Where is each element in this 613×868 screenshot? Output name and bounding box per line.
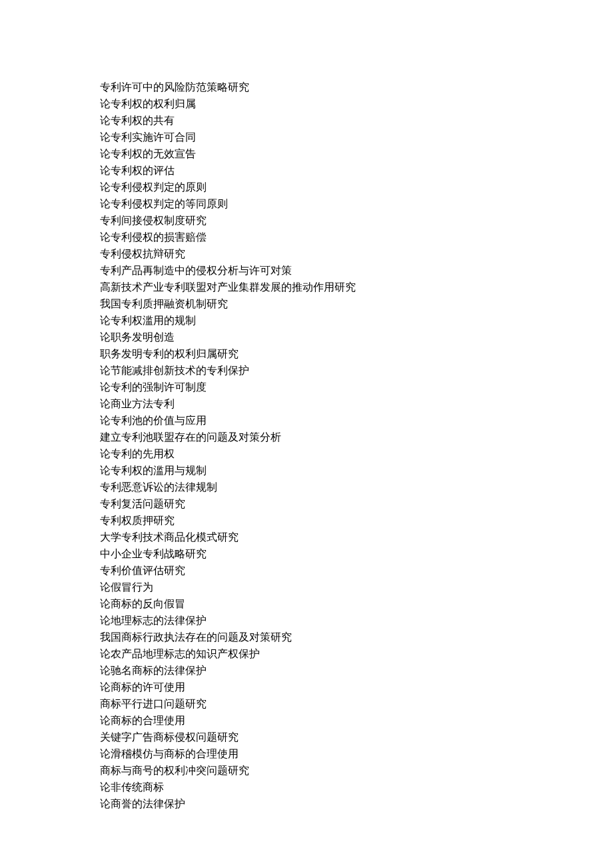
- list-item: 关键字广告商标侵权问题研究: [100, 729, 513, 745]
- list-item: 论专利侵权判定的等同原则: [100, 195, 513, 212]
- list-item: 论专利侵权判定的原则: [100, 179, 513, 195]
- list-item: 论专利权滥用的规制: [100, 312, 513, 329]
- list-item: 专利产品再制造中的侵权分析与许可对策: [100, 262, 513, 279]
- list-item: 专利侵权抗辩研究: [100, 245, 513, 262]
- list-item: 论非传统商标: [100, 779, 513, 795]
- list-item: 论假冒行为: [100, 579, 513, 595]
- list-item: 论职务发明创造: [100, 329, 513, 345]
- list-item: 论专利权的滥用与规制: [100, 462, 513, 479]
- list-item: 大学专利技术商品化模式研究: [100, 529, 513, 545]
- list-item: 论专利池的价值与应用: [100, 412, 513, 429]
- document-page: 专利许可中的风险防范策略研究 论专利权的权利归属 论专利权的共有 论专利实施许可…: [0, 0, 613, 868]
- list-item: 建立专利池联盟存在的问题及对策分析: [100, 429, 513, 445]
- list-item: 专利间接侵权制度研究: [100, 212, 513, 229]
- list-item: 论节能减排创新技术的专利保护: [100, 362, 513, 379]
- list-item: 论地理标志的法律保护: [100, 612, 513, 629]
- list-item: 职务发明专利的权利归属研究: [100, 345, 513, 362]
- list-item: 专利价值评估研究: [100, 562, 513, 579]
- list-item: 专利权质押研究: [100, 512, 513, 529]
- list-item: 商标平行进口问题研究: [100, 695, 513, 712]
- list-item: 论驰名商标的法律保护: [100, 662, 513, 679]
- list-item: 论农产品地理标志的知识产权保护: [100, 645, 513, 662]
- list-item: 论专利的强制许可制度: [100, 379, 513, 395]
- list-item: 我国专利质押融资机制研究: [100, 295, 513, 312]
- list-item: 专利复活问题研究: [100, 495, 513, 512]
- list-item: 高新技术产业专利联盟对产业集群发展的推动作用研究: [100, 279, 513, 295]
- list-item: 论专利侵权的损害赔偿: [100, 229, 513, 245]
- list-item: 论商标的合理使用: [100, 712, 513, 729]
- list-item: 商标与商号的权利冲突问题研究: [100, 762, 513, 779]
- list-item: 论专利的先用权: [100, 445, 513, 462]
- list-item: 论商标的反向假冒: [100, 595, 513, 612]
- list-item: 论专利权的共有: [100, 112, 513, 129]
- list-item: 论专利实施许可合同: [100, 129, 513, 145]
- list-item: 中小企业专利战略研究: [100, 545, 513, 562]
- list-item: 论专利权的无效宣告: [100, 145, 513, 162]
- list-item: 论商业方法专利: [100, 395, 513, 412]
- list-item: 专利许可中的风险防范策略研究: [100, 79, 513, 95]
- list-item: 论商标的许可使用: [100, 679, 513, 695]
- list-item: 论专利权的权利归属: [100, 95, 513, 112]
- list-item: 我国商标行政执法存在的问题及对策研究: [100, 629, 513, 645]
- list-item: 论滑稽模仿与商标的合理使用: [100, 745, 513, 762]
- list-item: 论商誉的法律保护: [100, 795, 513, 812]
- list-item: 论专利权的评估: [100, 162, 513, 179]
- list-item: 专利恶意诉讼的法律规制: [100, 479, 513, 495]
